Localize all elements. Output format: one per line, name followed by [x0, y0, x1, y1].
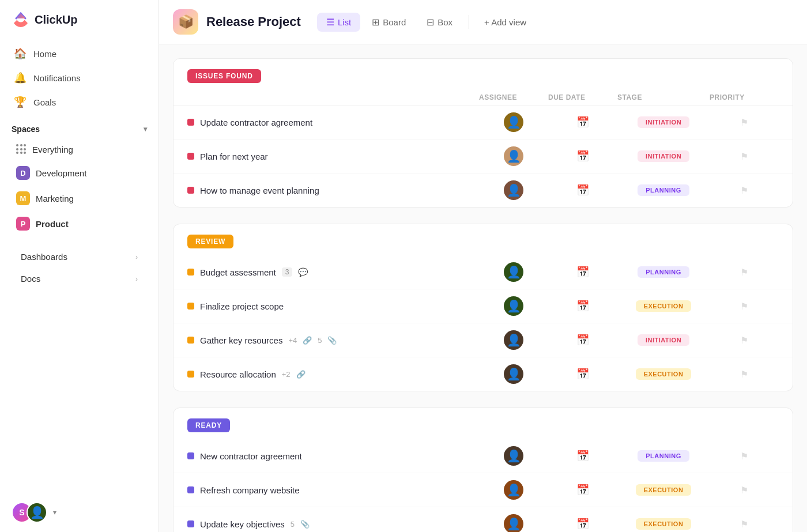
tab-box[interactable]: ⊟ Box	[417, 13, 462, 32]
calendar-icon: 📅	[576, 450, 589, 462]
stage-cell[interactable]: EXECUTION	[617, 368, 710, 380]
table-row[interactable]: Finalize project scope 👤 📅 EXECUTION ⚑	[174, 289, 793, 323]
table-row[interactable]: Resource allocation +2 🔗 👤 📅 EXECUTION ⚑	[174, 357, 793, 391]
avatar: 👤	[504, 262, 523, 282]
priority-dot	[187, 119, 194, 126]
due-date-cell[interactable]: 📅	[548, 334, 617, 346]
stage-cell[interactable]: EXECUTION	[617, 300, 710, 312]
task-name: Budget assessment 3 💬	[187, 267, 479, 277]
trophy-icon: 🏆	[14, 96, 27, 108]
development-badge: D	[16, 166, 30, 180]
stage-cell[interactable]: EXECUTION	[617, 484, 710, 496]
stage-cell[interactable]: PLANNING	[617, 266, 710, 278]
table-row[interactable]: Refresh company website 👤 📅 EXECUTION ⚑	[174, 473, 793, 507]
stage-cell[interactable]: PLANNING	[617, 450, 710, 462]
user-profile[interactable]: S 👤 ▾	[0, 493, 159, 532]
calendar-icon: 📅	[576, 484, 589, 496]
priority-cell[interactable]: ⚑	[710, 451, 779, 462]
due-date-cell[interactable]: 📅	[548, 300, 617, 312]
table-row[interactable]: Update contractor agreement 👤 📅 INITIATI…	[174, 105, 793, 139]
attachment-count: 5	[318, 336, 322, 345]
sidebar-item-development-label: Development	[36, 168, 86, 178]
user-dropdown-icon[interactable]: ▾	[53, 508, 56, 516]
priority-cell[interactable]: ⚑	[710, 485, 779, 496]
spaces-header: Spaces ▾	[0, 116, 159, 138]
sidebar-item-dashboards[interactable]: Dashboards ›	[9, 246, 149, 267]
task-name: Finalize project scope	[187, 301, 479, 311]
due-date-cell[interactable]: 📅	[548, 184, 617, 197]
priority-cell[interactable]: ⚑	[710, 369, 779, 380]
stage-cell[interactable]: INITIATION	[617, 334, 710, 346]
stage-cell[interactable]: PLANNING	[617, 184, 710, 196]
sidebar-item-development[interactable]: D Development	[5, 161, 154, 185]
column-headers: ASSIGNEE DUE DATE STAGE PRIORITY	[174, 90, 793, 105]
flag-icon: ⚑	[740, 335, 748, 346]
priority-cell[interactable]: ⚑	[710, 185, 779, 196]
flag-icon: ⚑	[740, 485, 748, 496]
sidebar-item-product[interactable]: P Product	[5, 212, 154, 236]
spaces-label: Spaces	[12, 124, 40, 134]
group-ready-header: READY	[174, 408, 793, 439]
sidebar-item-home[interactable]: 🏠 Home	[7, 41, 152, 66]
due-date-cell[interactable]: 📅	[548, 484, 617, 496]
priority-cell[interactable]: ⚑	[710, 151, 779, 162]
task-name: Update key objectives 5 📎	[187, 519, 479, 529]
main-header: 📦 Release Project ☰ List ⊞ Board ⊟ Box +…	[159, 0, 807, 44]
priority-cell[interactable]: ⚑	[710, 117, 779, 128]
table-row[interactable]: New contractor agreement 👤 📅 PLANNING ⚑	[174, 439, 793, 473]
sidebar-item-docs[interactable]: Docs ›	[9, 268, 149, 289]
due-date-cell[interactable]: 📅	[548, 150, 617, 163]
add-view-label: + Add view	[484, 17, 526, 27]
task-name: New contractor agreement	[187, 451, 479, 461]
tab-board[interactable]: ⊞ Board	[363, 13, 415, 32]
priority-dot	[187, 153, 194, 160]
marketing-badge: M	[16, 191, 30, 205]
stage-cell[interactable]: EXECUTION	[617, 518, 710, 530]
stage-cell[interactable]: INITIATION	[617, 150, 710, 162]
due-date-cell[interactable]: 📅	[548, 116, 617, 129]
stage-cell[interactable]: INITIATION	[617, 116, 710, 128]
assignee-cell: 👤	[479, 296, 548, 316]
flag-icon: ⚑	[740, 451, 748, 462]
priority-cell[interactable]: ⚑	[710, 301, 779, 312]
calendar-icon: 📅	[576, 116, 589, 129]
table-row[interactable]: Update key objectives 5 📎 👤 📅 EXECUTION …	[174, 507, 793, 532]
due-date-cell[interactable]: 📅	[548, 266, 617, 278]
tab-list[interactable]: ☰ List	[317, 13, 360, 32]
avatar: 👤	[504, 514, 523, 532]
calendar-icon: 📅	[576, 266, 589, 278]
due-date-cell[interactable]: 📅	[548, 450, 617, 462]
assignee-cell: 👤	[479, 480, 548, 500]
content-area: ISSUES FOUND ASSIGNEE DUE DATE STAGE PRI…	[159, 44, 807, 532]
stage-badge: EXECUTION	[636, 518, 692, 530]
assignee-cell: 👤	[479, 330, 548, 350]
priority-dot	[187, 269, 194, 276]
priority-cell[interactable]: ⚑	[710, 335, 779, 346]
sidebar-nav: 🏠 Home 🔔 Notifications 🏆 Goals	[0, 39, 159, 116]
group-ready-badge: READY	[187, 418, 230, 432]
priority-cell[interactable]: ⚑	[710, 267, 779, 278]
sidebar-item-goals[interactable]: 🏆 Goals	[7, 90, 152, 114]
task-name: How to manage event planning	[187, 186, 479, 195]
spaces-chevron-icon[interactable]: ▾	[144, 125, 147, 133]
sidebar-item-notifications-label: Notifications	[33, 73, 81, 83]
avatar: 👤	[504, 112, 523, 132]
avatar-stack: S 👤	[12, 502, 47, 523]
avatar: 👤	[504, 180, 523, 200]
stage-badge: EXECUTION	[636, 300, 692, 312]
sidebar-item-everything[interactable]: Everything	[5, 139, 154, 160]
stage-badge: EXECUTION	[636, 368, 692, 380]
table-row[interactable]: Gather key resources +4 🔗 5 📎 👤 📅 INITIA…	[174, 323, 793, 357]
table-row[interactable]: Budget assessment 3 💬 👤 📅 PLANNING ⚑	[174, 255, 793, 289]
due-date-cell[interactable]: 📅	[548, 518, 617, 530]
table-row[interactable]: How to manage event planning 👤 📅 PLANNIN…	[174, 173, 793, 207]
due-date-cell[interactable]: 📅	[548, 368, 617, 380]
task-name: Refresh company website	[187, 485, 479, 495]
add-view-button[interactable]: + Add view	[476, 13, 534, 31]
sidebar-item-marketing[interactable]: M Marketing	[5, 186, 154, 210]
subtask-count: +4	[288, 336, 297, 345]
table-row[interactable]: Plan for next year 👤 📅 INITIATION ⚑	[174, 139, 793, 173]
priority-cell[interactable]: ⚑	[710, 519, 779, 530]
list-tab-icon: ☰	[326, 17, 334, 28]
sidebar-item-notifications[interactable]: 🔔 Notifications	[7, 66, 152, 90]
